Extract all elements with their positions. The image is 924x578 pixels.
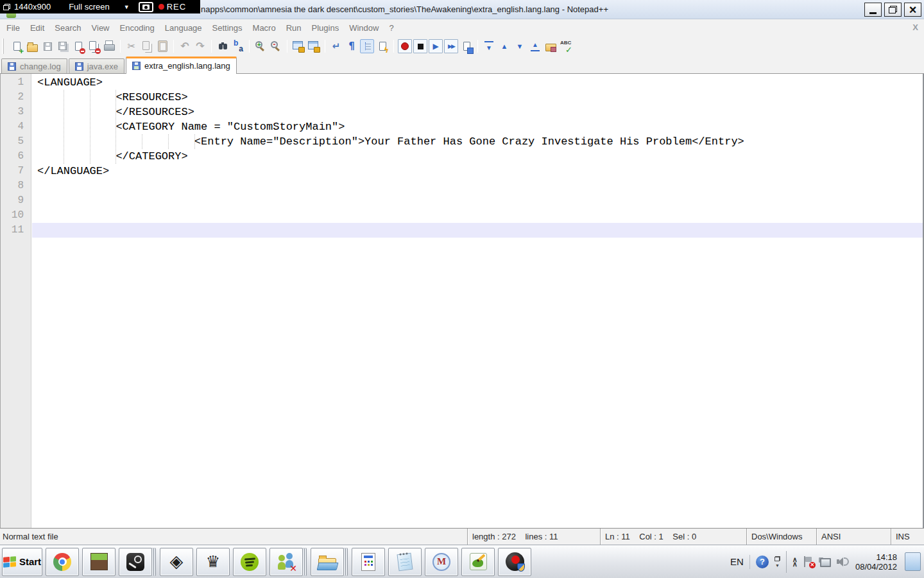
menu-encoding[interactable]: Encoding [115,19,160,36]
menu-window[interactable]: Window [344,19,384,36]
code-line[interactable]: </RESOURCES> [32,105,923,119]
find-icon[interactable] [216,39,230,53]
show-desktop-button[interactable] [905,552,921,571]
word-wrap-icon[interactable] [329,39,343,53]
overlay-mode-select[interactable]: Full screen [69,2,110,12]
line-number[interactable]: 10 [1,208,31,223]
code-area[interactable]: <LANGUAGE> <RESOURCES> </RESOURCES> <CAT… [32,75,923,238]
taskbar-button-notepad[interactable] [388,548,422,576]
macro-stop-icon[interactable] [413,39,427,53]
taskbar-button-notepad-plus-plus[interactable] [461,548,495,576]
menu-help[interactable]: ? [384,19,398,36]
status-eol-format[interactable]: Dos\Windows [746,529,816,545]
unfold-all-icon[interactable] [528,39,542,53]
line-number[interactable]: 6 [1,149,31,164]
close-file-icon[interactable] [71,39,85,53]
spell-check-icon[interactable] [559,39,573,53]
code-line[interactable]: <LANGUAGE> [32,75,923,90]
taskbar-button-explorer[interactable] [311,548,344,576]
line-number[interactable]: 4 [1,119,31,134]
code-line[interactable]: </LANGUAGE> [32,164,923,179]
new-file-icon[interactable] [10,39,24,53]
action-center-flag-icon[interactable]: ✕ [803,556,813,567]
taskbar-button-unity[interactable]: ◈ [160,548,193,576]
open-file-icon[interactable] [25,39,39,53]
tab-change-log[interactable]: change.log [1,58,67,73]
taskbar-button-spotify[interactable] [233,548,266,576]
fold-all-icon[interactable] [482,39,496,53]
close-button[interactable] [904,3,921,17]
collapse-level-icon[interactable] [497,39,511,53]
line-number[interactable]: 7 [1,164,31,179]
overlay-restore-icon[interactable] [3,4,10,10]
taskbar-button-screen-recorder[interactable] [498,548,531,576]
macro-run-multiple-icon[interactable] [444,39,458,53]
code-line[interactable] [32,179,923,193]
menu-language[interactable]: Language [160,19,207,36]
line-number[interactable]: 3 [1,105,31,119]
sync-vertical-icon[interactable] [291,39,305,53]
line-number[interactable]: 5 [1,134,31,149]
taskbar-button-media-player[interactable] [425,548,458,576]
menu-view[interactable]: View [87,19,115,36]
tab-extra-english-lang[interactable]: extra_english.lang.lang [126,57,237,74]
language-indicator[interactable]: EN [730,556,744,567]
status-encoding[interactable]: ANSI [816,529,891,545]
taskbar-button-chrome[interactable] [46,548,79,576]
menu-close-icon[interactable]: X [912,22,918,32]
language-bar-options-icon[interactable]: ▼ [775,563,780,568]
start-button[interactable]: Start [2,548,42,576]
line-number[interactable]: 9 [1,193,31,208]
zoom-out-icon[interactable] [269,39,283,53]
code-line[interactable]: </CATEGORY> [32,149,923,164]
network-icon[interactable] [819,557,831,567]
clock[interactable]: 14:18 08/04/2012 [855,552,897,572]
menu-run[interactable]: Run [281,19,307,36]
code-line[interactable] [32,208,923,223]
taskbar-button-messenger[interactable]: ✕ [270,548,303,576]
menu-edit[interactable]: Edit [25,19,49,36]
editor-area[interactable]: 1 2 3 4 5 6 7 8 9 10 11 <LANGUAGE> <RESO… [0,74,924,528]
language-bar-restore-icon[interactable] [774,556,780,561]
document-monitor-icon[interactable] [543,39,558,53]
line-number[interactable]: 1 [1,75,31,90]
line-number[interactable]: 2 [1,90,31,105]
status-typing-mode[interactable]: INS [891,529,924,545]
help-icon[interactable]: ? [756,556,769,568]
line-number[interactable]: 8 [1,179,31,193]
language-bar-controls[interactable]: ▼ [774,556,780,568]
taskbar-button-steam[interactable] [119,548,152,576]
menu-settings[interactable]: Settings [207,19,248,36]
menu-macro[interactable]: Macro [248,19,281,36]
zoom-in-icon[interactable] [253,39,268,53]
macro-save-icon[interactable] [459,39,474,53]
code-line[interactable]: <CATEGORY Name = "CustomStoryMain"> [32,119,923,134]
code-line[interactable] [32,223,923,238]
tab-java-exe[interactable]: java.exe [69,58,124,73]
line-number[interactable]: 11 [1,223,31,238]
show-hidden-icons-chevron[interactable]: ∧∧ [792,557,798,566]
function-list-icon[interactable] [375,39,389,53]
indent-guide-icon[interactable] [360,39,374,53]
menu-plugins[interactable]: Plugins [307,19,345,36]
code-line[interactable]: <Entry Name="Description">Your Father Ha… [32,134,923,149]
replace-icon[interactable] [231,39,245,53]
chevron-down-icon[interactable]: ▼ [124,4,130,10]
taskbar-button-game-emblem[interactable]: ♛ [196,548,230,576]
rec-label[interactable]: REC [167,2,186,12]
print-icon[interactable] [102,39,116,53]
macro-record-icon[interactable] [398,39,412,53]
restore-button[interactable] [884,3,902,17]
close-all-icon[interactable] [87,39,101,53]
macro-play-icon[interactable] [429,39,443,53]
toolbar-grip[interactable] [2,39,4,54]
minimize-button[interactable] [864,3,882,17]
camera-icon[interactable] [139,2,153,12]
taskbar-button-minecraft[interactable] [82,548,116,576]
menu-file[interactable]: File [1,19,25,36]
menu-search[interactable]: Search [49,19,86,36]
show-all-characters-icon[interactable] [345,39,359,53]
taskbar-button-app-window[interactable] [352,548,385,576]
volume-icon[interactable] [837,557,850,567]
code-line[interactable] [32,193,923,208]
